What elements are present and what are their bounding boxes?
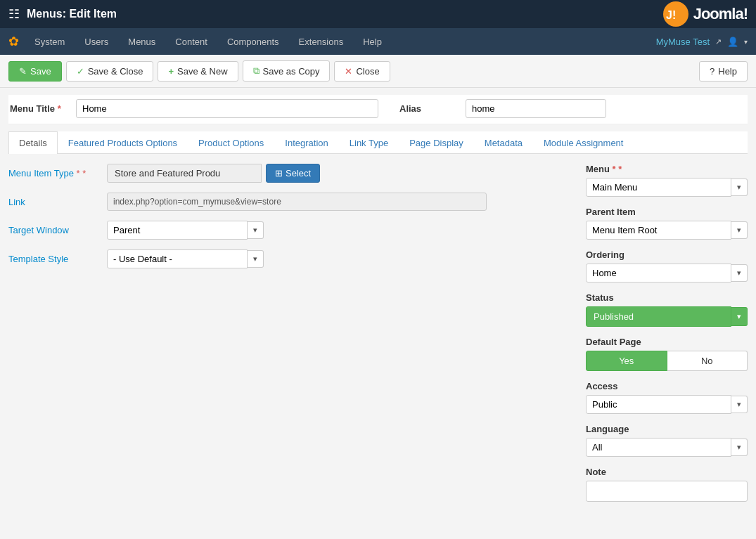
save-new-label: Save & New bbox=[177, 66, 228, 77]
right-status-select[interactable]: Published bbox=[586, 306, 731, 327]
help-icon: ? bbox=[710, 66, 715, 77]
nav-user-dropdown-icon[interactable]: ▾ bbox=[744, 38, 748, 46]
right-note-label: Note bbox=[586, 467, 748, 477]
template-style-dropdown-icon[interactable]: ▾ bbox=[248, 250, 264, 268]
default-page-no-button[interactable]: No bbox=[667, 351, 748, 371]
check-icon: ✓ bbox=[77, 66, 84, 77]
right-default-page-label: Default Page bbox=[586, 337, 748, 347]
select-label: Select bbox=[286, 168, 311, 178]
right-ordering-select[interactable]: Home bbox=[586, 264, 731, 283]
menu-type-row: Store and Featured Produ ⊞ Select bbox=[107, 164, 575, 183]
tab-link-type[interactable]: Link Type bbox=[339, 131, 399, 154]
nav-right: MyMuse Test ↗ 👤 ▾ bbox=[656, 37, 748, 47]
target-window-select[interactable]: Parent bbox=[107, 221, 248, 240]
help-button[interactable]: ? Help bbox=[699, 61, 748, 82]
right-access-select[interactable]: Public bbox=[586, 395, 731, 414]
tab-featured-products-options[interactable]: Featured Products Options bbox=[58, 131, 188, 154]
tab-metadata[interactable]: Metadata bbox=[474, 131, 533, 154]
link-value: index.php?option=com_mymuse&view=store bbox=[107, 193, 575, 211]
nav-joomla-icon: ✿ bbox=[8, 34, 19, 49]
save-button[interactable]: ✎ Save bbox=[8, 61, 62, 82]
main-layout: Menu Item Type * Store and Featured Prod… bbox=[8, 164, 748, 512]
joomla-logo: J! Joomla! bbox=[662, 1, 748, 27]
save-new-button[interactable]: + Save & New bbox=[158, 61, 238, 82]
template-style-select-wrap: - Use Default - ▾ bbox=[107, 249, 575, 268]
right-parent-item-select-wrap: Menu Item Root ▾ bbox=[586, 221, 748, 240]
right-status-label: Status bbox=[586, 292, 748, 303]
select-button[interactable]: ⊞ Select bbox=[266, 164, 320, 183]
right-menu-label: Menu * bbox=[586, 164, 748, 174]
right-note-input[interactable] bbox=[586, 481, 748, 502]
help-label: Help bbox=[718, 66, 737, 77]
menu-item-type-row: Menu Item Type * Store and Featured Prod… bbox=[8, 164, 575, 183]
menu-type-display: Store and Featured Produ bbox=[107, 164, 262, 183]
alias-input[interactable] bbox=[466, 99, 606, 118]
list-grid-icon: ⊞ bbox=[275, 168, 283, 178]
plus-icon: + bbox=[168, 66, 174, 77]
save-icon: ✎ bbox=[19, 66, 27, 77]
tabs: Details Featured Products Options Produc… bbox=[8, 131, 748, 154]
tab-integration[interactable]: Integration bbox=[274, 131, 338, 154]
default-page-yes-button[interactable]: Yes bbox=[586, 351, 667, 371]
joomla-brand-text: Joomla! bbox=[693, 5, 748, 23]
tab-product-options[interactable]: Product Options bbox=[188, 131, 274, 154]
right-menu-select[interactable]: Main Menu bbox=[586, 178, 731, 197]
menu-title-label: Menu Title * bbox=[10, 103, 66, 114]
right-language-select[interactable]: All bbox=[586, 438, 731, 457]
right-menu-dropdown-icon[interactable]: ▾ bbox=[731, 178, 748, 196]
nav-user-external-icon: ↗ bbox=[715, 37, 722, 46]
right-default-page-field: Default Page Yes No bbox=[586, 337, 748, 371]
close-button[interactable]: ✕ Close bbox=[334, 61, 390, 82]
right-parent-item-label: Parent Item bbox=[586, 207, 748, 217]
link-label: Link bbox=[8, 193, 107, 207]
right-parent-item-select[interactable]: Menu Item Root bbox=[586, 221, 731, 240]
right-language-label: Language bbox=[586, 424, 748, 434]
alias-label: Alias bbox=[399, 103, 456, 114]
main-right: Menu * Main Menu ▾ Parent Item Menu bbox=[586, 164, 748, 512]
menu-title-input[interactable] bbox=[76, 99, 378, 118]
target-window-dropdown-icon[interactable]: ▾ bbox=[248, 221, 264, 239]
nav-item-users[interactable]: Users bbox=[76, 32, 117, 51]
right-language-select-wrap: All ▾ bbox=[586, 438, 748, 457]
right-language-dropdown-icon[interactable]: ▾ bbox=[731, 439, 748, 456]
right-default-page-buttons: Yes No bbox=[586, 351, 748, 371]
save-copy-button[interactable]: ⧉ Save as Copy bbox=[243, 60, 331, 82]
right-status-select-wrap: Published ▾ bbox=[586, 306, 748, 327]
tab-page-display[interactable]: Page Display bbox=[399, 131, 474, 154]
nav-item-help[interactable]: Help bbox=[354, 32, 390, 51]
right-access-select-wrap: Public ▾ bbox=[586, 395, 748, 414]
template-style-row: Template Style - Use Default - ▾ bbox=[8, 249, 575, 268]
nav-item-menus[interactable]: Menus bbox=[120, 32, 164, 51]
top-bar: ☷ Menus: Edit Item J! Joomla! bbox=[0, 0, 756, 28]
right-ordering-dropdown-icon[interactable]: ▾ bbox=[731, 264, 748, 282]
save-label: Save bbox=[30, 66, 51, 77]
save-close-button[interactable]: ✓ Save & Close bbox=[66, 61, 154, 82]
save-copy-label: Save as Copy bbox=[263, 66, 320, 77]
right-note-field: Note bbox=[586, 467, 748, 502]
template-style-value: - Use Default - ▾ bbox=[107, 249, 575, 268]
nav-item-system[interactable]: System bbox=[26, 32, 73, 51]
svg-text:J!: J! bbox=[666, 9, 676, 21]
page-title: Menus: Edit Item bbox=[27, 8, 117, 20]
nav-user-icon[interactable]: 👤 bbox=[727, 37, 738, 47]
right-ordering-select-wrap: Home ▾ bbox=[586, 264, 748, 283]
close-label: Close bbox=[356, 66, 379, 77]
nav-item-components[interactable]: Components bbox=[219, 32, 288, 51]
template-style-label: Template Style bbox=[8, 249, 107, 264]
nav-item-content[interactable]: Content bbox=[167, 32, 216, 51]
right-access-field: Access Public ▾ bbox=[586, 381, 748, 414]
link-display: index.php?option=com_mymuse&view=store bbox=[107, 193, 487, 211]
tab-module-assignment[interactable]: Module Assignment bbox=[533, 131, 634, 154]
nav-item-extensions[interactable]: Extensions bbox=[290, 32, 352, 51]
right-status-dropdown-icon[interactable]: ▾ bbox=[731, 307, 748, 326]
copy-icon: ⧉ bbox=[253, 65, 260, 77]
target-window-select-wrap: Parent ▾ bbox=[107, 221, 575, 240]
close-icon: ✕ bbox=[345, 66, 352, 77]
tab-details[interactable]: Details bbox=[8, 131, 58, 154]
template-style-select[interactable]: - Use Default - bbox=[107, 249, 248, 268]
right-parent-item-dropdown-icon[interactable]: ▾ bbox=[731, 221, 748, 239]
nav-user-link[interactable]: MyMuse Test bbox=[656, 37, 710, 47]
right-menu-select-wrap: Main Menu ▾ bbox=[586, 178, 748, 197]
right-access-label: Access bbox=[586, 381, 748, 391]
right-access-dropdown-icon[interactable]: ▾ bbox=[731, 396, 748, 413]
